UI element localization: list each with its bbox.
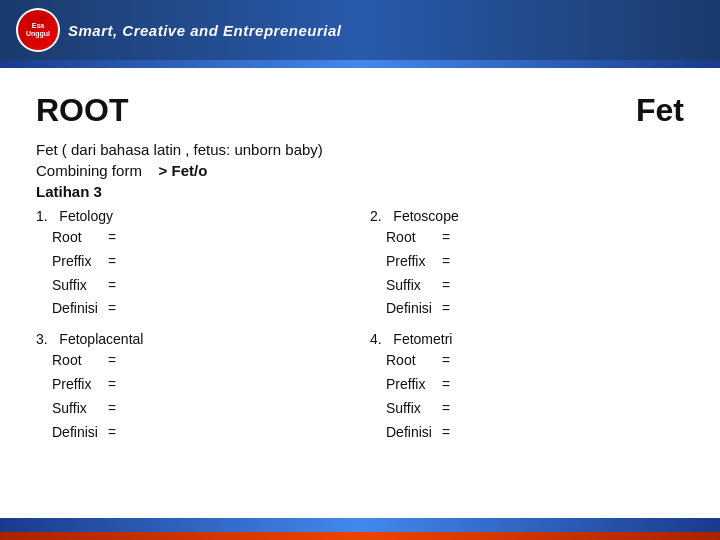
exercise-1-preffix-label: Preffix	[52, 250, 104, 274]
exercise-2-root-label: Root	[386, 226, 438, 250]
exercise-2-suffix: Suffix =	[370, 274, 684, 298]
exercise-4-preffix: Preffix =	[370, 373, 684, 397]
exercise-1-preffix-eq: =	[108, 250, 118, 274]
exercise-3-definisi: Definisi =	[36, 421, 350, 445]
combining-form-value: > Fet/o	[159, 162, 208, 179]
exercise-3-root: Root =	[36, 349, 350, 373]
exercise-1-definisi-eq: =	[108, 297, 118, 321]
main-content: ROOT Fet Fet ( dari bahasa latin , fetus…	[0, 68, 720, 470]
exercise-2-number: 2.	[370, 208, 382, 224]
exercise-grid: 1. Fetology Root = Preffix = Suffix = De…	[36, 208, 684, 454]
exercise-1-suffix-label: Suffix	[52, 274, 104, 298]
exercise-2-preffix: Preffix =	[370, 250, 684, 274]
exercise-4-definisi-label: Definisi	[386, 421, 438, 445]
exercise-3-suffix-label: Suffix	[52, 397, 104, 421]
exercise-1-definisi: Definisi =	[36, 297, 350, 321]
exercise-4-suffix-label: Suffix	[386, 397, 438, 421]
title-row: ROOT Fet	[36, 92, 684, 129]
exercise-1-suffix: Suffix =	[36, 274, 350, 298]
exercise-2-root-eq: =	[442, 226, 452, 250]
exercise-4-root-label: Root	[386, 349, 438, 373]
exercise-2-root: Root =	[370, 226, 684, 250]
accent-bar	[0, 60, 720, 68]
exercise-1-header: 1. Fetology	[36, 208, 350, 224]
exercise-3-suffix-eq: =	[108, 397, 118, 421]
exercise-3-suffix: Suffix =	[36, 397, 350, 421]
fet-title: Fet	[636, 92, 684, 129]
bottom-bar	[0, 518, 720, 540]
exercise-2-word: Fetoscope	[393, 208, 458, 224]
exercise-1-root-label: Root	[52, 226, 104, 250]
exercise-2-preffix-eq: =	[442, 250, 452, 274]
exercise-3-preffix-eq: =	[108, 373, 118, 397]
exercise-2: 2. Fetoscope Root = Preffix = Suffix = D…	[370, 208, 684, 321]
exercise-3-preffix: Preffix =	[36, 373, 350, 397]
exercise-3-number: 3.	[36, 331, 48, 347]
exercise-4-root-eq: =	[442, 349, 452, 373]
exercise-4-preffix-eq: =	[442, 373, 452, 397]
combining-form-line: Combining form > Fet/o	[36, 162, 684, 179]
exercise-4-number: 4.	[370, 331, 382, 347]
root-title: ROOT	[36, 92, 128, 129]
exercise-2-definisi-label: Definisi	[386, 297, 438, 321]
logo-text: Esa Unggul	[26, 22, 50, 37]
exercise-1-number: 1.	[36, 208, 48, 224]
exercise-2-suffix-label: Suffix	[386, 274, 438, 298]
latihan-title: Latihan 3	[36, 183, 684, 200]
intro-text: Fet ( dari bahasa latin , fetus: unborn …	[36, 141, 684, 158]
exercise-1-root-eq: =	[108, 226, 118, 250]
exercise-4: 4. Fetometri Root = Preffix = Suffix = D…	[370, 331, 684, 444]
exercise-1-suffix-eq: =	[108, 274, 118, 298]
exercise-4-root: Root =	[370, 349, 684, 373]
exercise-3-root-eq: =	[108, 349, 118, 373]
exercise-1: 1. Fetology Root = Preffix = Suffix = De…	[36, 208, 350, 321]
exercise-3-word: Fetoplacental	[59, 331, 143, 347]
exercise-4-suffix-eq: =	[442, 397, 452, 421]
exercise-2-suffix-eq: =	[442, 274, 452, 298]
bottom-bar-accent	[0, 532, 720, 540]
exercise-3-definisi-label: Definisi	[52, 421, 104, 445]
exercise-4-definisi: Definisi =	[370, 421, 684, 445]
exercise-1-word: Fetology	[59, 208, 113, 224]
exercise-4-suffix: Suffix =	[370, 397, 684, 421]
exercise-2-header: 2. Fetoscope	[370, 208, 684, 224]
exercise-4-header: 4. Fetometri	[370, 331, 684, 347]
exercise-3-root-label: Root	[52, 349, 104, 373]
exercise-2-definisi: Definisi =	[370, 297, 684, 321]
header: Esa Unggul Smart, Creative and Entrepren…	[0, 0, 720, 60]
exercise-1-root: Root =	[36, 226, 350, 250]
exercise-4-word: Fetometri	[393, 331, 452, 347]
logo-icon: Esa Unggul	[18, 10, 58, 50]
combining-form-label: Combining form	[36, 162, 142, 179]
logo-circle: Esa Unggul	[16, 8, 60, 52]
exercise-1-preffix: Preffix =	[36, 250, 350, 274]
exercise-2-definisi-eq: =	[442, 297, 452, 321]
exercise-4-preffix-label: Preffix	[386, 373, 438, 397]
logo-area: Esa Unggul Smart, Creative and Entrepren…	[16, 8, 341, 52]
exercise-3: 3. Fetoplacental Root = Preffix = Suffix…	[36, 331, 350, 444]
exercise-4-definisi-eq: =	[442, 421, 452, 445]
exercise-3-preffix-label: Preffix	[52, 373, 104, 397]
exercise-1-definisi-label: Definisi	[52, 297, 104, 321]
exercise-3-header: 3. Fetoplacental	[36, 331, 350, 347]
header-tagline: Smart, Creative and Entrepreneurial	[68, 22, 341, 39]
exercise-2-preffix-label: Preffix	[386, 250, 438, 274]
exercise-3-definisi-eq: =	[108, 421, 118, 445]
